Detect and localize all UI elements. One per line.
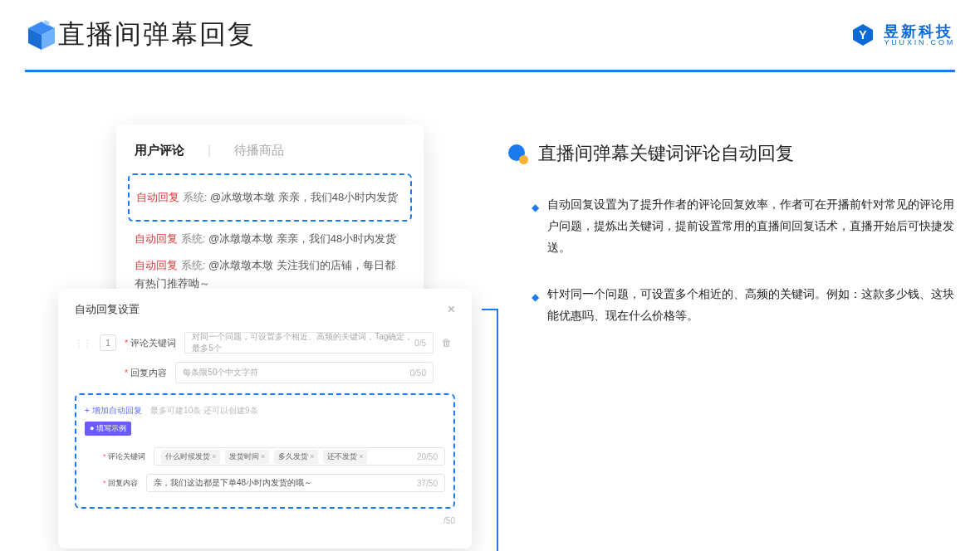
diamond-icon: ◆ [532,288,539,327]
header-divider [25,70,955,72]
brand-mark-icon: Y [850,22,875,47]
modal-title: 自动回复设置 [75,302,140,317]
message-body: @冰墩墩本墩 亲亲，我们48小时内发货 [210,191,398,203]
drag-handle-icon[interactable]: ⋮⋮ [75,339,91,348]
auto-reply-settings-modal: 自动回复设置 × ⋮⋮ 1 评论关键词 对同一个问题，可设置多个相近、高频的关键… [58,289,472,549]
char-count: 0/50 [410,368,426,378]
auto-reply-message: 自动回复 系统: @冰墩墩本墩 亲亲，我们48小时内发货 [136,188,404,207]
example-row-keywords: 评论关键词 什么时候发货× 发货时间× 多久发货× 还不发货× 20/50 [85,447,445,466]
panel-tabs: 用户评论 | 待播商品 [135,143,405,158]
auto-reply-tag: 自动回复 [135,232,178,245]
auto-reply-message: 自动回复 系统: @冰墩墩本墩 亲亲，我们48小时内发货 [135,230,405,248]
example-highlight-box: + 增加自动回复 最多可建10条 还可以创建9条 ● 填写示例 评论关键词 什么… [75,393,455,509]
connector-line [497,309,498,551]
tab-pending-goods[interactable]: 待播商品 [234,143,284,158]
cube-logo-icon [25,18,58,51]
close-icon[interactable]: × [448,302,455,317]
svg-text:Y: Y [860,28,868,41]
reply-input[interactable]: 每条限50个中文字符 0/50 [175,362,434,383]
delete-icon[interactable]: 🗑 [442,337,455,349]
keyword-input[interactable]: 对同一个问题，可设置多个相近、高频的关键词，Tag确定，最多5个 0/5 [184,332,434,354]
input-placeholder: 对同一个问题，可设置多个相近、高频的关键词，Tag确定，最多5个 [192,331,414,354]
example-badge: ● 填写示例 [85,422,131,436]
add-auto-reply-link[interactable]: + 增加自动回复 [85,406,142,415]
keyword-label: 评论关键词 [103,451,145,462]
auto-reply-message: 自动回复 系统: @冰墩墩本墩 关注我们的店铺，每日都有热门推荐呦～ [135,256,405,293]
section-title: 直播间弹幕关键词评论自动回复 [538,141,794,166]
message-body: @冰墩墩本墩 亲亲，我们48小时内发货 [208,232,396,245]
example-reply-input[interactable]: 亲，我们这边都是下单48小时内发货的哦～ 37/50 [146,474,445,492]
brand-name-cn: 昱新科技 [884,24,955,39]
keyword-tag[interactable]: 发货时间× [225,450,269,464]
form-row-keywords: ⋮⋮ 1 评论关键词 对同一个问题，可设置多个相近、高频的关键词，Tag确定，最… [75,332,455,354]
keyword-tag[interactable]: 多久发货× [274,450,318,464]
brand-name-en: YUUXIN.COM [884,39,955,46]
tag-list: 什么时候发货× 发货时间× 多久发货× 还不发货× [161,450,370,464]
reply-label: 回复内容 [103,478,138,489]
example-row-reply: 回复内容 亲，我们这边都是下单48小时内发货的哦～ 37/50 [85,474,445,492]
highlighted-message: 自动回复 系统: @冰墩墩本墩 亲亲，我们48小时内发货 [128,173,412,222]
diamond-icon: ◆ [532,198,539,259]
bullet-dot-icon [507,143,528,164]
page-header: 直播间弹幕回复 Y 昱新科技 YUUXIN.COM [25,17,955,53]
system-label: 系统: [181,232,206,245]
outer-count: /50 [443,516,455,525]
auto-reply-tag: 自动回复 [135,259,178,271]
form-row-reply: 回复内容 每条限50个中文字符 0/50 [75,362,455,383]
system-label: 系统: [183,191,208,203]
add-note: 最多可建10条 还可以创建9条 [150,406,257,415]
tab-separator: | [208,143,211,158]
tab-user-comments[interactable]: 用户评论 [135,143,184,158]
reply-label: 回复内容 [125,367,167,379]
description-section: 直播间弹幕关键词评论自动回复 ◆ 自动回复设置为了提升作者的评论回复效率，作者可… [507,141,955,351]
sequence-number: 1 [100,334,116,351]
section-heading: 直播间弹幕关键词评论自动回复 [507,141,955,166]
keyword-tag[interactable]: 还不发货× [323,450,367,464]
bullet-item: ◆ 自动回复设置为了提升作者的评论回复效率，作者可在开播前针对常见的评论用户问题… [532,194,955,259]
char-count: 37/50 [417,479,438,488]
char-count: 0/5 [414,339,426,348]
system-label: 系统: [181,259,206,271]
brand-logo: Y 昱新科技 YUUXIN.COM [850,22,955,47]
auto-reply-tag: 自动回复 [136,191,179,203]
bullet-text: 针对同一个问题，可设置多个相近的、高频的关键词。例如：这款多少钱、这块能优惠吗、… [547,284,955,327]
bullet-text: 自动回复设置为了提升作者的评论回复效率，作者可在开播前针对常见的评论用户问题，提… [547,194,955,259]
connector-line [482,309,498,310]
bullet-item: ◆ 针对同一个问题，可设置多个相近的、高频的关键词。例如：这款多少钱、这块能优惠… [532,284,955,327]
char-count: 20/50 [417,452,438,461]
keyword-tag[interactable]: 什么时候发货× [161,450,220,464]
keyword-label: 评论关键词 [125,337,176,349]
modal-header: 自动回复设置 × [75,302,455,317]
example-keyword-input[interactable]: 什么时候发货× 发货时间× 多久发货× 还不发货× 20/50 [154,447,445,466]
input-placeholder: 每条限50个中文字符 [183,367,258,378]
reply-text: 亲，我们这边都是下单48小时内发货的哦～ [154,477,312,489]
page-title: 直播间弹幕回复 [58,17,256,53]
